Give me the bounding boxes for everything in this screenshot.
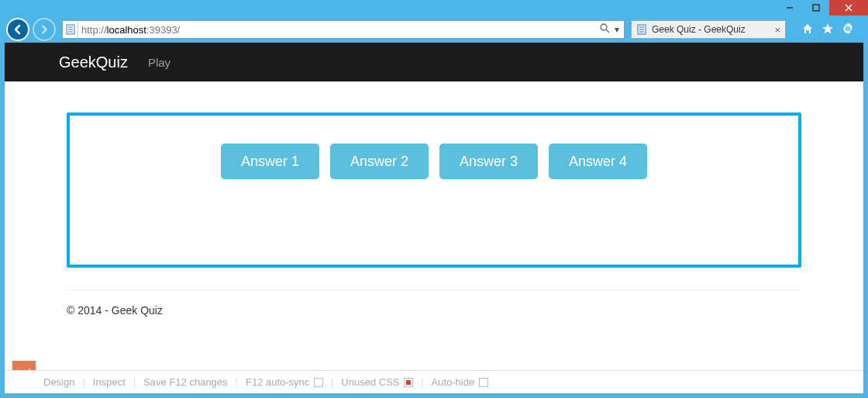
url-host: localhost — [107, 24, 146, 36]
svg-point-8 — [601, 24, 607, 30]
tab-title: Geek Quiz - GeekQuiz — [652, 24, 770, 35]
tab-favicon-icon — [636, 24, 647, 35]
checkbox-icon[interactable] — [404, 378, 413, 387]
addr-dropdown-icon[interactable]: ▾ — [615, 24, 619, 35]
favorites-icon[interactable] — [822, 22, 834, 37]
browser-toolbar: http://localhost:39393/ ▾ Geek Quiz - Ge… — [0, 17, 868, 42]
page-viewport: GeekQuiz Play Answer 1 Answer 2 Answer 3… — [4, 42, 864, 394]
address-bar[interactable]: http://localhost:39393/ ▾ — [62, 20, 625, 39]
dev-autohide[interactable]: Auto-hide — [432, 376, 488, 388]
nav-forward-button[interactable] — [33, 18, 56, 41]
maximize-button[interactable] — [803, 0, 829, 16]
page-favicon-icon — [63, 22, 78, 37]
dev-save[interactable]: Save F12 changes — [143, 376, 227, 388]
settings-icon[interactable] — [842, 22, 854, 37]
close-button[interactable] — [829, 0, 868, 16]
dev-unused[interactable]: Unused CSS — [341, 376, 413, 388]
answer-button-4[interactable]: Answer 4 — [549, 144, 647, 179]
browser-tab[interactable]: Geek Quiz - GeekQuiz × — [631, 20, 786, 39]
search-icon[interactable] — [600, 23, 610, 36]
dev-inspect[interactable]: Inspect — [93, 376, 126, 388]
checkbox-icon[interactable] — [479, 378, 488, 387]
browser-chrome-right — [789, 22, 862, 37]
address-right: ▾ — [595, 23, 624, 36]
answer-button-2[interactable]: Answer 2 — [330, 144, 429, 179]
tab-close-button[interactable]: × — [774, 24, 780, 36]
dev-design[interactable]: Design — [43, 376, 74, 388]
browser-window: http://localhost:39393/ ▾ Geek Quiz - Ge… — [0, 0, 868, 398]
site-navbar: GeekQuiz Play — [5, 43, 863, 81]
window-titlebar — [0, 0, 868, 17]
svg-line-9 — [606, 29, 609, 33]
dev-toolbar: Design | Inspect | Save F12 changes | F1… — [5, 370, 863, 393]
address-text: http://localhost:39393/ — [81, 24, 595, 36]
home-icon[interactable] — [801, 22, 814, 37]
answer-button-1[interactable]: Answer 1 — [221, 144, 319, 179]
quiz-panel: Answer 1 Answer 2 Answer 3 Answer 4 — [67, 112, 801, 268]
url-prefix: http:// — [81, 24, 107, 36]
brand-title[interactable]: GeekQuiz — [59, 54, 128, 71]
minimize-button[interactable] — [777, 0, 803, 16]
dev-autosync[interactable]: F12 auto-sync — [246, 376, 323, 388]
nav-back-button[interactable] — [6, 18, 29, 41]
url-suffix: :39393/ — [146, 24, 180, 36]
page-footer: © 2014 - Geek Quiz — [5, 290, 863, 317]
answer-button-3[interactable]: Answer 3 — [439, 144, 538, 179]
page-body: Answer 1 Answer 2 Answer 3 Answer 4 — [5, 81, 863, 275]
checkbox-icon[interactable] — [314, 378, 323, 387]
nav-link-play[interactable]: Play — [148, 56, 170, 69]
svg-rect-1 — [813, 5, 819, 11]
